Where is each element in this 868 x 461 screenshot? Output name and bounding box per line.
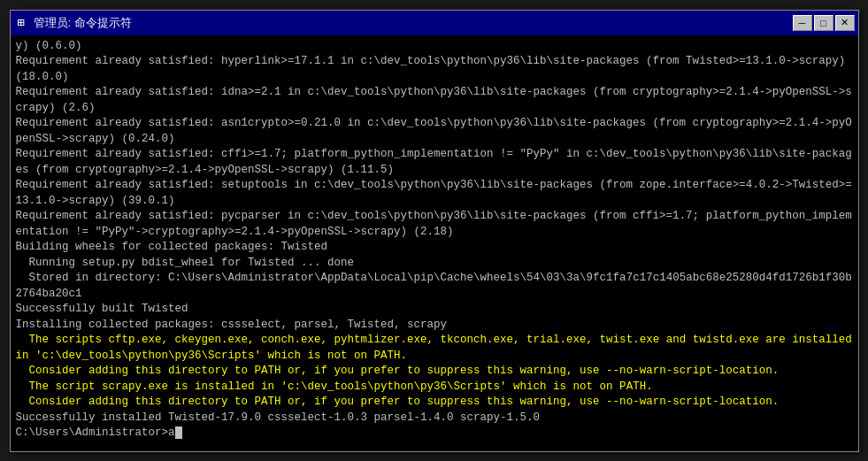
- console-line: Requirement already satisfied: pycparser…: [16, 209, 853, 240]
- console-line: Consider adding this directory to PATH o…: [16, 395, 853, 411]
- console-line: Requirement already satisfied: idna>=2.1…: [16, 85, 853, 116]
- console-line: Requirement already satisfied: setuptool…: [16, 178, 853, 209]
- cmd-window: ⊞ 管理员: 命令提示符 ─ □ ✕ y) (0.6.0)Requirement…: [10, 10, 859, 452]
- console-line: C:\Users\Administrator>a: [16, 426, 853, 442]
- console-line: Successfully installed Twisted-17.9.0 cs…: [16, 411, 853, 426]
- console-line: Consider adding this directory to PATH o…: [16, 364, 853, 380]
- title-bar: ⊞ 管理员: 命令提示符 ─ □ ✕: [11, 11, 858, 35]
- minimize-button[interactable]: ─: [793, 15, 812, 31]
- console-line: y) (0.6.0): [16, 39, 853, 55]
- console-line: Successfully built Twisted: [16, 302, 853, 318]
- title-bar-left: ⊞ 管理员: 命令提示符: [14, 15, 132, 31]
- console-line: The scripts cftp.exe, ckeygen.exe, conch…: [16, 333, 853, 364]
- console-line: The script scrapy.exe is installed in 'c…: [16, 380, 853, 396]
- cursor-blink: [175, 426, 182, 439]
- close-button[interactable]: ✕: [835, 15, 855, 31]
- maximize-button[interactable]: □: [814, 15, 833, 31]
- console-line: Requirement already satisfied: hyperlink…: [16, 54, 853, 85]
- console-output: y) (0.6.0)Requirement already satisfied:…: [11, 35, 858, 451]
- console-line: Requirement already satisfied: cffi>=1.7…: [16, 147, 853, 178]
- console-line: Requirement already satisfied: asn1crypt…: [16, 116, 853, 147]
- console-line: Stored in directory: C:\Users\Administra…: [16, 271, 853, 302]
- window-title: 管理员: 命令提示符: [34, 15, 132, 31]
- cmd-icon: ⊞: [14, 16, 28, 30]
- title-bar-buttons: ─ □ ✕: [793, 15, 855, 31]
- console-line: Running setup.py bdist_wheel for Twisted…: [16, 256, 853, 272]
- console-line: Building wheels for collected packages: …: [16, 240, 853, 256]
- console-line: Installing collected packages: cssselect…: [16, 318, 853, 334]
